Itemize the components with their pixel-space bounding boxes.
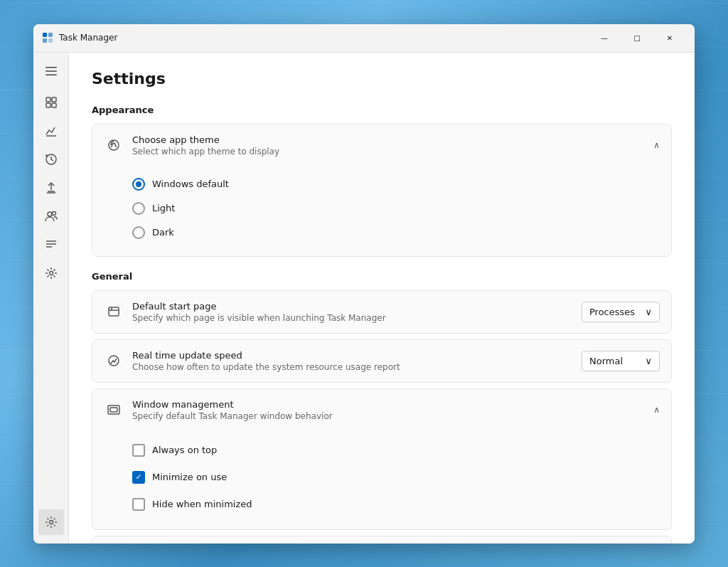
theme-chevron-icon: ∧ (653, 140, 660, 150)
hide-when-minimized-checkbox (132, 498, 145, 511)
theme-dark-label: Dark (152, 227, 174, 238)
svg-rect-6 (46, 74, 57, 75)
window-management-chevron-icon: ∧ (653, 405, 660, 415)
minimize-on-use-checkbox (132, 471, 145, 484)
update-speed-dropdown-chevron-icon: ∨ (645, 356, 652, 366)
theme-light-label: Light (152, 203, 175, 213)
settings-panel: Settings Appearance Choose app theme (69, 53, 695, 544)
minimize-on-use-label: Minimize on use (152, 472, 227, 482)
theme-subtitle: Select which app theme to display (132, 147, 653, 157)
always-on-top-option[interactable]: Always on top (132, 437, 660, 464)
sidebar-item-details[interactable] (38, 232, 64, 258)
svg-rect-5 (46, 70, 57, 72)
other-options-card: Other options (92, 536, 672, 544)
general-section: General Default start page Specify which… (92, 271, 672, 544)
svg-rect-2 (43, 38, 47, 43)
minimize-button[interactable]: — (588, 27, 621, 48)
always-on-top-label: Always on top (152, 445, 217, 455)
update-speed-text: Real time update speed Choose how often … (132, 350, 582, 372)
theme-card-body: Windows default Light Dark (92, 166, 671, 256)
sidebar-item-users[interactable] (38, 203, 64, 229)
update-speed-value: Normal (589, 356, 623, 366)
sidebar-menu-button[interactable] (38, 58, 64, 84)
page-title: Settings (92, 70, 672, 88)
sidebar (33, 53, 69, 544)
svg-rect-21 (109, 307, 119, 316)
sidebar-item-services[interactable] (38, 260, 64, 286)
start-page-title: Default start page (132, 301, 582, 312)
svg-point-18 (49, 271, 53, 275)
main-content: Settings Appearance Choose app theme (33, 53, 695, 544)
theme-windows-default-label: Windows default (152, 179, 229, 189)
theme-card: Choose app theme Select which app theme … (92, 124, 672, 257)
update-speed-title: Real time update speed (132, 350, 582, 361)
svg-rect-1 (48, 33, 53, 37)
update-speed-icon (104, 351, 124, 371)
radio-dark (132, 226, 145, 239)
svg-rect-0 (43, 33, 47, 37)
sidebar-item-startup[interactable] (38, 175, 64, 201)
always-on-top-checkbox (132, 444, 145, 457)
svg-point-14 (52, 211, 55, 215)
svg-rect-26 (110, 408, 117, 412)
window-management-title: Window management (132, 399, 653, 410)
theme-title: Choose app theme (132, 134, 653, 145)
sidebar-item-app-history[interactable] (38, 147, 64, 172)
theme-icon (104, 135, 124, 155)
sidebar-item-settings[interactable] (38, 509, 64, 535)
svg-rect-7 (46, 97, 50, 102)
svg-rect-10 (52, 103, 56, 107)
start-page-dropdown-chevron-icon: ∨ (645, 307, 652, 317)
radio-windows-default (132, 178, 145, 191)
window-management-card: Window management Specify default Task M… (92, 388, 672, 530)
window-management-text: Window management Specify default Task M… (132, 399, 653, 421)
radio-light (132, 202, 145, 215)
start-page-text: Default start page Specify which page is… (132, 301, 582, 323)
theme-option-light[interactable]: Light (132, 196, 660, 221)
hide-when-minimized-option[interactable]: Hide when minimized (132, 491, 660, 518)
minimize-on-use-option[interactable]: Minimize on use (132, 464, 660, 491)
svg-rect-9 (46, 103, 50, 107)
window-management-card-body: Always on top Minimize on use Hide when … (92, 431, 671, 529)
svg-rect-8 (52, 97, 56, 102)
maximize-button[interactable]: □ (621, 27, 653, 48)
task-manager-window: Task Manager — □ ✕ (33, 24, 695, 544)
update-speed-dropdown[interactable]: Normal ∨ (582, 351, 660, 371)
svg-rect-4 (46, 67, 57, 68)
start-page-icon (104, 302, 124, 322)
theme-card-text: Choose app theme Select which app theme … (132, 134, 653, 157)
window-controls: — □ ✕ (588, 27, 686, 48)
svg-rect-3 (48, 38, 53, 43)
app-icon (42, 32, 53, 43)
theme-option-dark[interactable]: Dark (132, 221, 660, 245)
window-management-card-header[interactable]: Window management Specify default Task M… (92, 389, 671, 431)
general-section-header: General (92, 271, 672, 282)
update-speed-card: Real time update speed Choose how often … (92, 339, 672, 383)
appearance-section-header: Appearance (92, 105, 672, 115)
theme-option-windows-default[interactable]: Windows default (132, 172, 660, 196)
close-button[interactable]: ✕ (653, 27, 686, 48)
default-start-page-card: Default start page Specify which page is… (92, 290, 672, 334)
svg-point-19 (49, 520, 53, 524)
sidebar-item-performance[interactable] (38, 118, 64, 144)
theme-card-header[interactable]: Choose app theme Select which app theme … (92, 124, 671, 166)
window-title: Task Manager (59, 33, 588, 43)
svg-point-13 (48, 212, 52, 216)
start-page-value: Processes (589, 307, 635, 317)
update-speed-subtitle: Choose how often to update the system re… (132, 362, 582, 372)
svg-point-20 (109, 140, 119, 150)
titlebar: Task Manager — □ ✕ (33, 24, 695, 53)
sidebar-item-processes[interactable] (38, 90, 64, 115)
window-management-subtitle: Specify default Task Manager window beha… (132, 411, 653, 421)
start-page-dropdown[interactable]: Processes ∨ (582, 302, 660, 322)
hide-when-minimized-label: Hide when minimized (152, 499, 252, 509)
window-management-icon (104, 400, 124, 420)
start-page-subtitle: Specify which page is visible when launc… (132, 313, 582, 323)
